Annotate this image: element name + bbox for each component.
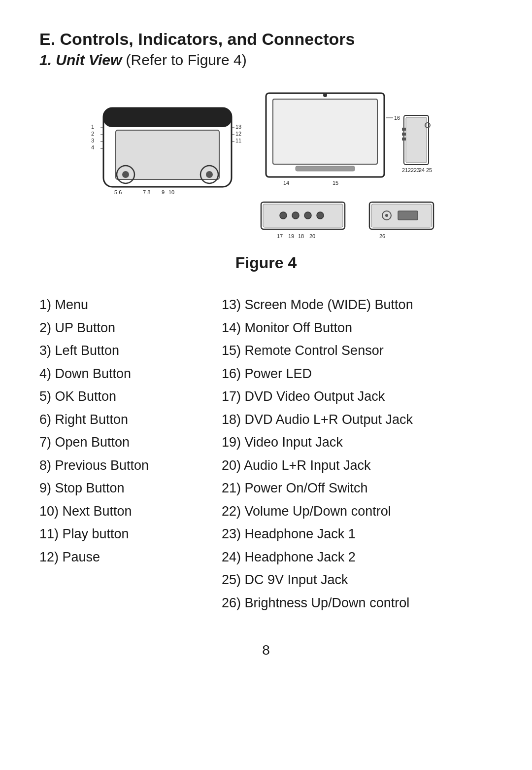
list-item: 4) Down Button: [39, 364, 222, 384]
list-item: 15) Remote Control Sensor: [222, 341, 493, 361]
svg-point-48: [304, 212, 311, 219]
svg-text:22: 22: [408, 167, 414, 173]
list-item: 14) Monitor Off Button: [222, 318, 493, 338]
svg-rect-34: [406, 117, 427, 163]
svg-text:14: 14: [283, 180, 289, 186]
list-item: 7) Open Button: [39, 432, 222, 453]
list-item: 3) Left Button: [39, 341, 222, 361]
svg-text:7 8: 7 8: [143, 189, 150, 195]
list-item: 9) Stop Button: [39, 478, 222, 498]
monitor-front-view: 16 14 15 21 22 23 24 25: [256, 88, 433, 187]
list-item: 24) Headphone Jack 2: [222, 547, 493, 567]
list-item: 5) OK Button: [39, 386, 222, 407]
svg-rect-58: [398, 211, 418, 220]
list-item: 20) Audio L+R Input Jack: [222, 455, 493, 476]
svg-text:24: 24: [419, 167, 425, 173]
svg-text:1: 1: [91, 124, 94, 130]
diagrams-row: 1 2 3 4 13 12 11 5 6 7 8 9 10: [89, 88, 443, 244]
svg-text:16: 16: [394, 115, 400, 121]
list-item: 22) Volume Up/Down control: [222, 501, 493, 522]
list-item: 19) Video Input Jack: [222, 432, 493, 453]
list-item: 21) Power On/Off Switch: [222, 478, 493, 498]
svg-text:18: 18: [298, 233, 304, 239]
svg-point-57: [385, 214, 388, 217]
list-item: 26) Brightness Up/Down control: [222, 593, 493, 613]
svg-text:10: 10: [168, 189, 174, 195]
svg-rect-28: [296, 166, 355, 171]
lists-section: 1) Menu2) UP Button3) Left Button4) Down…: [39, 295, 493, 613]
svg-point-49: [317, 212, 324, 219]
power-panel: 26: [365, 195, 443, 244]
svg-point-47: [292, 212, 299, 219]
list-item: 6) Right Button: [39, 410, 222, 430]
right-list: 13) Screen Mode (WIDE) Button14) Monitor…: [222, 295, 493, 613]
svg-rect-26: [273, 99, 377, 164]
svg-rect-45: [263, 204, 343, 227]
svg-rect-37: [402, 138, 406, 140]
list-item: 8) Previous Button: [39, 455, 222, 476]
page-number: 8: [39, 642, 493, 658]
bottom-panels: 17 19 18 20 26: [256, 195, 443, 244]
svg-rect-2: [116, 130, 219, 179]
list-item: 23) Headphone Jack 1: [222, 524, 493, 544]
svg-rect-35: [402, 128, 406, 131]
list-item: 12) Pause: [39, 547, 222, 567]
right-diagrams: 16 14 15 21 22 23 24 25: [256, 88, 443, 244]
list-item: 11) Play button: [39, 524, 222, 544]
svg-text:20: 20: [309, 233, 315, 239]
svg-text:11: 11: [235, 138, 241, 143]
svg-text:4: 4: [91, 144, 94, 150]
page-subtitle: 1. Unit View (Refer to Figure 4): [39, 52, 493, 69]
subtitle-rest: (Refer to Figure 4): [122, 52, 246, 68]
svg-text:12: 12: [235, 131, 241, 137]
svg-point-6: [206, 171, 213, 178]
figure-label: Figure 4: [235, 254, 297, 272]
page-title: E. Controls, Indicators, and Connectors: [39, 30, 493, 49]
svg-text:3: 3: [91, 138, 94, 143]
list-item: 16) Power LED: [222, 364, 493, 384]
list-item: 18) DVD Audio L+R Output Jack: [222, 410, 493, 430]
svg-text:15: 15: [332, 180, 338, 186]
svg-text:26: 26: [379, 233, 385, 239]
svg-text:17: 17: [277, 233, 283, 239]
list-item: 10) Next Button: [39, 501, 222, 522]
svg-point-46: [280, 212, 287, 219]
list-item: 17) DVD Video Output Jack: [222, 386, 493, 407]
dvd-output-panel: 17 19 18 20: [256, 195, 355, 244]
svg-text:2: 2: [91, 131, 94, 137]
list-item: 25) DC 9V Input Jack: [222, 570, 493, 590]
svg-text:5 6: 5 6: [114, 189, 122, 195]
svg-point-4: [122, 171, 129, 178]
list-item: 1) Menu: [39, 295, 222, 315]
unit-top-view-diagram: 1 2 3 4 13 12 11 5 6 7 8 9 10: [89, 88, 241, 197]
svg-text:9: 9: [162, 189, 165, 195]
svg-rect-1: [103, 108, 232, 127]
svg-text:13: 13: [235, 124, 241, 130]
svg-rect-36: [402, 133, 406, 136]
list-item: 2) UP Button: [39, 318, 222, 338]
left-list: 1) Menu2) UP Button3) Left Button4) Down…: [39, 295, 222, 613]
svg-text:19: 19: [288, 233, 294, 239]
list-item: 13) Screen Mode (WIDE) Button: [222, 295, 493, 315]
svg-text:21: 21: [402, 167, 408, 173]
svg-text:25: 25: [426, 167, 432, 173]
svg-point-27: [323, 93, 327, 97]
subtitle-italic: 1. Unit View: [39, 52, 122, 68]
figure-container: 1 2 3 4 13 12 11 5 6 7 8 9 10: [39, 88, 493, 290]
